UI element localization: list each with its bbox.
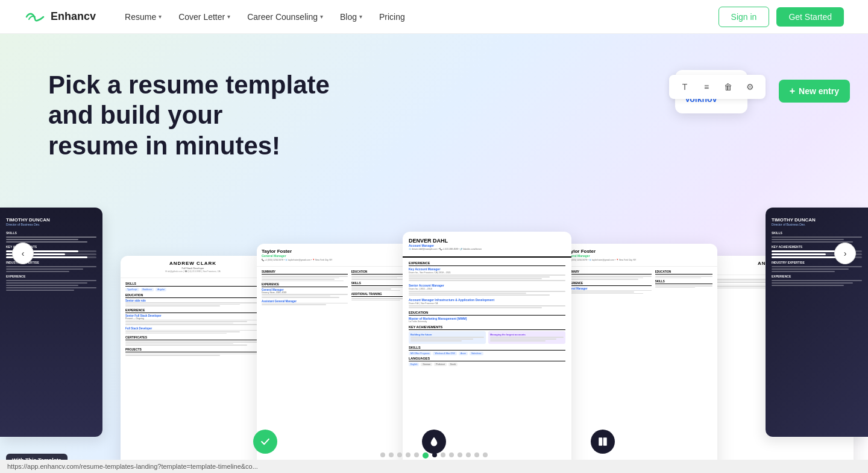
nav-links: Resume ▾ Cover Letter ▾ Career Counselin… [118,8,719,25]
dot-6[interactable] [423,452,429,459]
nav-item-pricing[interactable]: Pricing [372,8,412,25]
dot-10[interactable] [458,452,462,457]
right-edge-card[interactable]: TIMOTHY DUNCAN Director of Business Dev.… [766,208,868,437]
feature-icons [253,430,615,454]
dot-7[interactable] [432,452,437,457]
editor-toolbar: T ≡ 🗑 ⚙ [669,75,766,99]
nav-actions: Sign in Get Started [719,7,844,27]
dot-9[interactable] [449,452,454,457]
tf-name: Taylor Foster [262,249,409,254]
left-edge-name: TIMOTHY DUNCAN [6,217,96,223]
settings-button[interactable]: ⚙ [741,78,758,95]
nav-item-career-counseling[interactable]: Career Counseling ▾ [240,8,330,25]
signin-button[interactable]: Sign in [719,7,770,27]
logo[interactable]: Enhancv [24,10,96,24]
navbar: Enhancv Resume ▾ Cover Letter ▾ Career C… [0,0,868,34]
dot-8[interactable] [441,452,445,457]
svg-rect-1 [603,437,607,446]
prev-card-arrow[interactable]: ‹ [12,243,34,264]
chevron-down-icon: ▾ [320,13,323,20]
dot-11[interactable] [466,452,471,457]
columns-icon [591,430,615,454]
status-url: https://app.enhancv.com/resume-templates… [7,463,258,470]
text-format-button[interactable]: T [676,78,693,95]
chevron-down-icon: ▾ [227,13,230,20]
nav-item-cover-letter[interactable]: Cover Letter ▾ [171,8,237,25]
dot-12[interactable] [474,452,479,457]
get-started-button[interactable]: Get Started [776,7,844,27]
drop-icon [422,430,446,454]
delete-button[interactable]: 🗑 [720,78,737,95]
left-edge-card[interactable]: TIMOTHY DUNCAN Director of Business Dev.… [0,208,102,437]
dot-2[interactable] [389,452,394,457]
chevron-down-icon: ▾ [359,13,362,20]
next-card-arrow[interactable]: › [834,243,856,264]
svg-rect-0 [599,437,602,446]
logo-icon [24,10,46,24]
logo-text: Enhancv [51,10,96,23]
denver-name: DENVER DAHL [409,238,565,244]
hero-headline: Pick a resume template and build your re… [48,70,362,161]
plus-icon: + [790,86,795,97]
dot-13[interactable] [483,452,488,457]
dot-4[interactable] [406,452,410,457]
nav-item-blog[interactable]: Blog ▾ [333,8,370,25]
left-edge-title: Director of Business Dev. [6,223,96,226]
list-format-button[interactable]: ≡ [698,78,715,95]
denver-title: Account Manager [409,244,565,247]
chevron-down-icon: ▾ [159,13,162,20]
new-entry-button[interactable]: + New entry [779,80,850,103]
dot-5[interactable] [414,452,419,457]
check-icon [253,430,277,454]
ac-name: ANDREW CLARK [125,261,260,266]
tf-title: General Manager [262,254,409,258]
dot-1[interactable] [380,452,385,457]
hero-section: Pick a resume template and build your re… [0,34,868,473]
nav-item-resume[interactable]: Resume ▾ [118,8,169,25]
dot-3[interactable] [397,452,402,457]
andrew-clark-card[interactable]: ANDREW CLARK Full Stack Developer ✉ ak@g… [121,256,265,473]
carousel-dots [380,452,488,459]
status-bar: https://app.enhancv.com/resume-templates… [0,460,868,473]
